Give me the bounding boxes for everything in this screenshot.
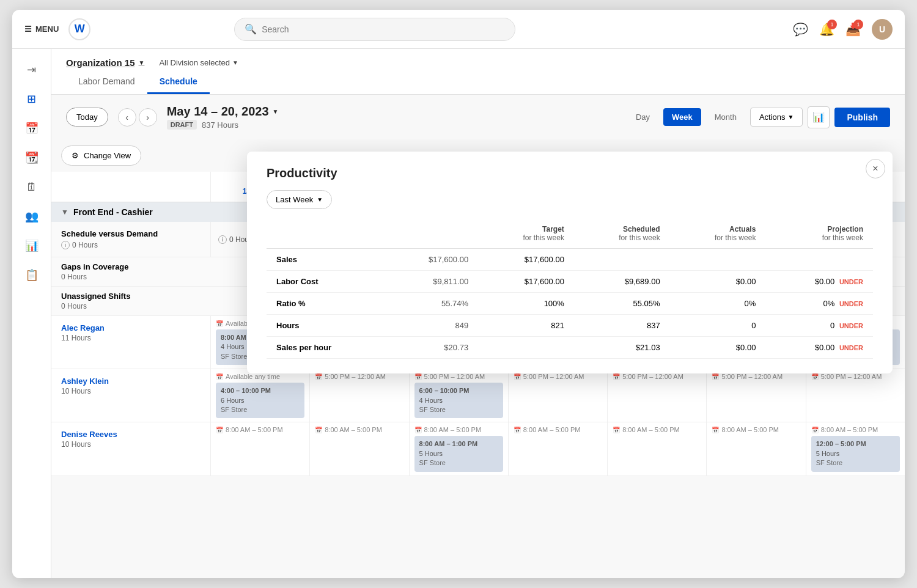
table-row-laborcost: Labor Cost $9,811.00 $17,600.00 $9,689.0… (267, 271, 873, 293)
scheduled-ratio: 55.05% (574, 293, 670, 315)
calendar-small-icon: 📅 (315, 427, 322, 433)
search-icon: 🔍 (245, 23, 257, 35)
avail-denise-tue: 📅 8:00 AM – 5:00 PM (414, 426, 503, 433)
cell-denise-mon: 📅 8:00 AM – 5:00 PM (309, 422, 408, 475)
week-dropdown-icon: ▼ (317, 196, 323, 203)
value-laborcost: $9,811.00 (385, 271, 478, 293)
close-icon: × (872, 163, 878, 174)
org-name-selector[interactable]: Organization 15 ▼ (66, 57, 144, 68)
sidebar-item-pin[interactable]: ⇥ (18, 56, 45, 83)
sidebar-item-people[interactable]: 👥 (18, 203, 45, 230)
search-input[interactable] (262, 24, 505, 34)
notifications-button[interactable]: 🔔 1 (819, 22, 834, 37)
productivity-chart-button[interactable]: 📊 (808, 106, 830, 128)
sidebar-item-clipboard[interactable]: 📋 (18, 262, 45, 288)
division-selector[interactable]: All Division selected ▼ (159, 58, 238, 67)
under-badge-salesperhour: UNDER (839, 344, 863, 351)
productivity-title: Productivity (267, 166, 873, 180)
messages-button[interactable]: 💬 (793, 22, 808, 37)
calendar3-icon: 🗓 (26, 181, 37, 194)
change-view-label: Change View (84, 151, 131, 160)
projection-salesperhour: $0.00 UNDER (765, 337, 873, 359)
avail-denise-sun: 📅 8:00 AM – 5:00 PM (216, 426, 304, 433)
tab-schedule[interactable]: Schedule (147, 70, 210, 94)
metric-hours: Hours (267, 315, 385, 337)
calendar-small-icon: 📅 (216, 320, 223, 327)
scheduled-sales (574, 249, 670, 271)
target-salesperhour (478, 337, 574, 359)
table-row-ratio: Ratio % 55.74% 100% 55.05% 0% 0% UNDER (267, 293, 873, 315)
employee-name-denise[interactable]: Denise Reeves (61, 430, 201, 439)
today-button[interactable]: Today (66, 108, 108, 127)
division-text: All Division selected (159, 58, 230, 67)
header-empty-cell (51, 172, 210, 202)
avail-ashley-sat: 📅 5:00 PM – 12:00 AM (811, 373, 900, 380)
cell-denise-sat[interactable]: 📅 8:00 AM – 5:00 PM 12:00 – 5:00 PM 5 Ho… (806, 422, 905, 475)
notification-badge: 1 (827, 20, 837, 29)
col-metric (267, 221, 385, 249)
publish-button[interactable]: Publish (834, 108, 890, 127)
value-ratio: 55.74% (385, 293, 478, 315)
sidebar-item-dashboard[interactable]: ⊞ (18, 86, 45, 112)
app-logo: W (68, 18, 90, 40)
change-view-button[interactable]: ⚙ Change View (61, 145, 141, 166)
sidebar-item-calendar2[interactable]: 📆 (18, 144, 45, 171)
inbox-button[interactable]: 📥 1 (845, 22, 861, 37)
sidebar-item-calendar3[interactable]: 🗓 (18, 174, 45, 200)
calendar-small-icon: 📅 (315, 373, 322, 380)
shift-denise-tue[interactable]: 8:00 AM – 1:00 PM 5 Hours SF Store (414, 436, 503, 471)
employee-name-ashley[interactable]: Ashley Klein (61, 377, 201, 386)
calendar-small-icon: 📅 (514, 373, 521, 380)
cell-ashley-tue[interactable]: 📅 5:00 PM – 12:00 AM 6:00 – 10:00 PM 4 H… (409, 369, 508, 422)
day-view-button[interactable]: Day (627, 108, 658, 126)
calendar-small-icon: 📅 (613, 373, 620, 380)
shift-ashley-tue[interactable]: 6:00 – 10:00 PM 4 Hours SF Store (414, 383, 503, 418)
sidebar-item-calendar1[interactable]: 📅 (18, 115, 45, 142)
metric-ratio: Ratio % (267, 293, 385, 315)
info-icon-sun: i (218, 235, 227, 244)
scheduled-hours: 837 (574, 315, 670, 337)
shift-ashley-sun[interactable]: 4:00 – 10:00 PM 6 Hours SF Store (216, 383, 304, 418)
calendar-small-icon: 📅 (613, 427, 620, 433)
employee-name-alec[interactable]: Alec Regan (61, 323, 201, 333)
people-icon: 👥 (25, 210, 39, 223)
menu-button[interactable]: ☰ MENU (24, 24, 59, 34)
under-badge-hours: UNDER (839, 322, 863, 329)
cell-ashley-sun[interactable]: 📅 Available any time 4:00 – 10:00 PM 6 H… (210, 369, 309, 422)
date-range-section: May 14 – 20, 2023 ▼ DRAFT 837 Hours (167, 105, 279, 130)
actions-button[interactable]: Actions ▼ (750, 108, 803, 127)
avail-ashley-wed: 📅 5:00 PM – 12:00 AM (514, 373, 602, 380)
calendar-small-icon: 📅 (414, 427, 422, 433)
modal-close-button[interactable]: × (866, 159, 885, 178)
calendar-small-icon: 📅 (811, 427, 819, 433)
projection-ratio: 0% UNDER (765, 293, 873, 315)
schedule-header: Today ‹ › May 14 – 20, 2023 ▼ DRAFT 837 … (51, 95, 905, 139)
cell-denise-tue[interactable]: 📅 8:00 AM – 5:00 PM 8:00 AM – 1:00 PM 5 … (409, 422, 508, 475)
metric-salesperhour: Sales per hour (267, 337, 385, 359)
last-week-button[interactable]: Last Week ▼ (267, 190, 332, 209)
under-badge-ratio: UNDER (839, 300, 863, 307)
avail-denise-sat: 📅 8:00 AM – 5:00 PM (811, 426, 900, 433)
actuals-salesperhour: $0.00 (670, 337, 766, 359)
next-week-button[interactable]: › (139, 108, 157, 127)
search-bar[interactable]: 🔍 (234, 18, 515, 41)
week-view-button[interactable]: Week (663, 108, 701, 126)
avail-ashley-sun: 📅 Available any time (216, 373, 304, 380)
under-badge-laborcost: UNDER (839, 278, 863, 285)
col-actuals: Actuals for this week (670, 221, 766, 249)
org-header: Organization 15 ▼ All Division selected … (51, 49, 905, 95)
user-avatar[interactable]: U (872, 19, 893, 40)
month-view-button[interactable]: Month (706, 108, 745, 126)
schedule-area: ⚙ Change View Sun 14 139 Hours Mon 15 Tu… (51, 139, 905, 578)
projection-hours: 0 UNDER (765, 315, 873, 337)
sidebar-item-charts[interactable]: 📊 (18, 232, 45, 259)
calendar-small-icon: 📅 (514, 427, 521, 433)
projection-laborcost: $0.00 UNDER (765, 271, 873, 293)
prev-week-button[interactable]: ‹ (118, 108, 136, 127)
employee-hours-denise: 10 Hours (61, 440, 201, 449)
org-dropdown-icon: ▼ (139, 59, 145, 66)
tab-labor-demand[interactable]: Labor Demand (66, 70, 147, 94)
actuals-laborcost: $0.00 (670, 271, 766, 293)
date-dropdown-icon[interactable]: ▼ (273, 108, 279, 115)
shift-denise-sat[interactable]: 12:00 – 5:00 PM 5 Hours SF Store (811, 436, 900, 471)
